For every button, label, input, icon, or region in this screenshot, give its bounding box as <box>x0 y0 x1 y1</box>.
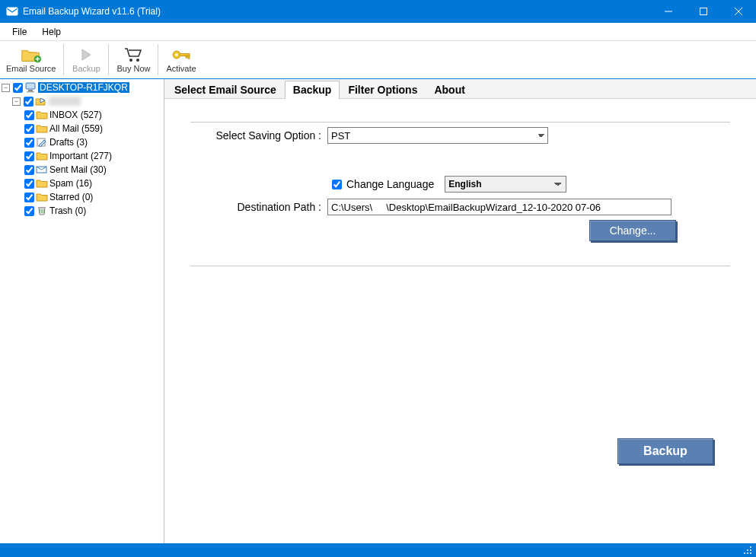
tab-about[interactable]: About <box>426 81 473 99</box>
toolbar-separator <box>63 44 64 75</box>
folder-icon <box>36 178 48 189</box>
svg-rect-0 <box>7 8 18 15</box>
tab-bar: Select Email Source Backup Filter Option… <box>164 79 756 99</box>
tree-item-label: Trash (0) <box>49 205 86 216</box>
language-select[interactable]: English <box>445 176 566 193</box>
tree-checkbox[interactable] <box>24 165 34 175</box>
drafts-icon <box>36 137 48 148</box>
tree-item-label: All Mail (559) <box>49 123 103 134</box>
backup-action-button[interactable]: Backup <box>617 438 713 464</box>
close-button[interactable] <box>721 0 756 23</box>
tab-select-source[interactable]: Select Email Source <box>166 81 285 99</box>
tree-checkbox[interactable] <box>24 206 34 216</box>
divider <box>190 266 730 266</box>
buy-now-label: Buy Now <box>116 64 150 73</box>
app-icon <box>6 5 18 18</box>
toolbar: Email Source Backup Buy Now Activate <box>0 41 756 79</box>
tree-item-label: Drafts (3) <box>49 137 88 148</box>
tree-root[interactable]: − DESKTOP-R1FJKQR <box>2 81 164 94</box>
tree-item[interactable]: All Mail (559) <box>23 122 164 135</box>
svg-rect-19 <box>38 207 46 208</box>
svg-point-10 <box>175 53 178 56</box>
cart-icon <box>123 46 144 63</box>
window-title: Email Backup Wizard v11.6 (Trial) <box>23 6 651 17</box>
tree-checkbox[interactable] <box>24 179 34 189</box>
tree-item-label: Starred (0) <box>49 192 93 202</box>
folder-icon <box>36 192 48 202</box>
svg-rect-13 <box>188 56 190 59</box>
menu-bar: File Help <box>0 23 756 41</box>
key-icon <box>171 46 192 63</box>
tree-checkbox[interactable] <box>13 83 23 93</box>
email-source-label: Email Source <box>6 64 56 73</box>
tree-item[interactable]: Spam (16) <box>23 177 164 190</box>
minimize-button[interactable] <box>651 0 686 23</box>
status-bar <box>0 543 756 557</box>
folder-icon <box>36 151 48 161</box>
svg-point-8 <box>136 59 139 62</box>
email-source-button[interactable]: Email Source <box>0 41 62 78</box>
sent-icon <box>36 164 48 175</box>
svg-rect-15 <box>28 90 33 91</box>
collapse-icon[interactable]: − <box>2 84 10 92</box>
tree-account-label <box>49 97 81 106</box>
computer-icon <box>24 82 37 93</box>
tree-item-label: Important (277) <box>49 151 112 161</box>
main-panel: Select Email Source Backup Filter Option… <box>164 79 756 543</box>
change-language-checkbox[interactable] <box>332 180 342 189</box>
tree-item-label: INBOX (527) <box>49 110 102 120</box>
title-bar: Email Backup Wizard v11.6 (Trial) <box>0 0 756 23</box>
tree-checkbox[interactable] <box>24 110 34 120</box>
tree-checkbox[interactable] <box>24 138 34 148</box>
tree-item[interactable]: Important (277) <box>23 149 164 163</box>
tree-root-label: DESKTOP-R1FJKQR <box>38 82 129 93</box>
tree-item-label: Spam (16) <box>49 178 92 189</box>
backup-label: Backup <box>72 64 100 73</box>
tree-account[interactable]: − <box>12 94 164 108</box>
svg-rect-14 <box>26 83 35 89</box>
maximize-button[interactable] <box>686 0 721 23</box>
tab-filter[interactable]: Filter Options <box>340 81 426 99</box>
resize-grip-icon[interactable] <box>742 545 753 555</box>
trash-icon <box>36 205 48 216</box>
tree-item-label: Sent Mail (30) <box>49 164 107 175</box>
collapse-icon[interactable]: − <box>12 97 21 106</box>
svg-point-7 <box>129 59 132 62</box>
tree-checkbox[interactable] <box>24 193 34 202</box>
saving-option-select[interactable]: PST <box>327 127 548 144</box>
change-language-label: Change Language <box>346 178 434 190</box>
play-icon <box>75 46 97 63</box>
saving-option-label: Select Saving Option : <box>190 129 327 142</box>
tree-checkbox[interactable] <box>24 151 34 161</box>
tree-checkbox[interactable] <box>24 97 33 107</box>
folder-icon <box>36 123 48 134</box>
activate-label: Activate <box>166 64 196 73</box>
backup-panel: Select Saving Option : PST Change Langua… <box>164 99 756 543</box>
content-area: − DESKTOP-R1FJKQR − INBOX (527) All Mail… <box>0 79 756 543</box>
toolbar-separator <box>108 44 109 75</box>
tree-item[interactable]: Sent Mail (30) <box>23 163 164 177</box>
destination-input[interactable] <box>327 199 671 215</box>
mailbox-icon <box>35 96 47 107</box>
folder-icon <box>36 110 48 120</box>
menu-file[interactable]: File <box>5 24 34 40</box>
menu-help[interactable]: Help <box>34 24 69 40</box>
activate-button[interactable]: Activate <box>160 41 202 78</box>
folder-tree[interactable]: − DESKTOP-R1FJKQR − INBOX (527) All Mail… <box>0 79 164 543</box>
backup-button[interactable]: Backup <box>65 41 107 78</box>
tree-item[interactable]: Drafts (3) <box>23 135 164 149</box>
tree-item[interactable]: Starred (0) <box>23 190 164 204</box>
svg-rect-3 <box>700 8 707 15</box>
tree-item[interactable]: Trash (0) <box>23 204 164 218</box>
svg-rect-16 <box>27 91 34 93</box>
divider <box>190 122 730 123</box>
tree-checkbox[interactable] <box>24 124 34 134</box>
change-button[interactable]: Change... <box>589 220 676 241</box>
tree-item[interactable]: INBOX (527) <box>23 108 164 122</box>
tab-backup[interactable]: Backup <box>285 81 340 99</box>
svg-rect-12 <box>186 56 187 58</box>
buy-now-button[interactable]: Buy Now <box>110 41 156 78</box>
destination-label: Destination Path : <box>190 201 327 213</box>
folder-add-icon <box>21 46 42 63</box>
toolbar-separator <box>158 44 158 75</box>
